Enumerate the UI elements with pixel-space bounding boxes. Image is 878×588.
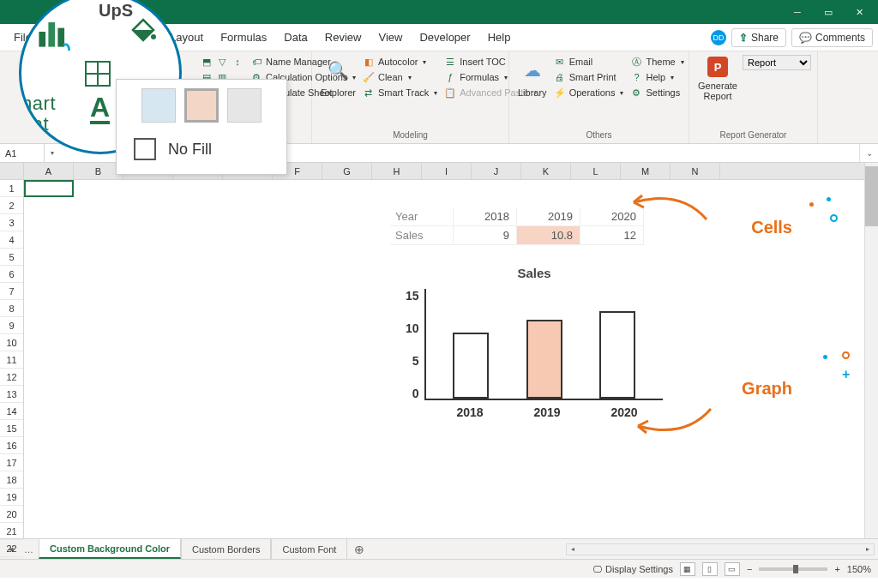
- row-header[interactable]: 17: [0, 454, 23, 471]
- view-page-layout[interactable]: ▯: [702, 562, 718, 576]
- row-header[interactable]: 4: [0, 231, 23, 249]
- icon-cluster[interactable]: ⬒▽↕: [199, 55, 245, 69]
- group-label: Others: [516, 130, 682, 141]
- tab-help[interactable]: Help: [479, 24, 520, 51]
- maximize-button[interactable]: ▭: [813, 0, 844, 24]
- grid-main[interactable]: ABCDEFGHIJKLMN Year 2018 2019 2020 Sales…: [24, 163, 878, 538]
- row-header[interactable]: 12: [0, 369, 23, 386]
- column-header[interactable]: H: [372, 163, 422, 179]
- cell-9[interactable]: 9: [454, 226, 517, 245]
- column-header[interactable]: A: [24, 163, 74, 179]
- cell-2019[interactable]: 2019: [517, 207, 580, 226]
- font-color-icon[interactable]: A: [90, 93, 110, 124]
- comments-button[interactable]: 💬Comments: [791, 28, 873, 47]
- horizontal-scrollbar[interactable]: ◂ ▸: [566, 543, 875, 555]
- row-header[interactable]: 9: [0, 317, 23, 334]
- row-header[interactable]: 5: [0, 249, 23, 266]
- email[interactable]: ✉Email: [552, 55, 626, 69]
- hscroll-left[interactable]: ◂: [567, 545, 579, 553]
- row-header[interactable]: 8: [0, 300, 23, 317]
- row-header[interactable]: 6: [0, 266, 23, 283]
- settings[interactable]: ⚙Settings: [628, 86, 685, 99]
- cell-2018[interactable]: 2018: [454, 207, 517, 226]
- display-settings[interactable]: 🖵Display Settings: [592, 564, 673, 574]
- sheet-tab-active[interactable]: Custom Background Color: [39, 539, 181, 559]
- no-fill-option[interactable]: No Fill: [125, 133, 278, 165]
- row-header[interactable]: 16: [0, 437, 23, 454]
- zoom-slider[interactable]: [759, 567, 827, 571]
- row-header[interactable]: 3: [0, 214, 23, 231]
- share-button[interactable]: ⇪Share: [731, 28, 786, 47]
- row-header[interactable]: 19: [0, 489, 23, 506]
- tab-data[interactable]: Data: [275, 24, 316, 51]
- tab-review[interactable]: Review: [316, 24, 370, 51]
- column-header[interactable]: M: [621, 163, 671, 179]
- chart-object[interactable]: Sales 15 10 5 0 2018 2: [406, 266, 663, 437]
- cell-sales-label[interactable]: Sales: [390, 226, 454, 245]
- view-normal[interactable]: ▦: [680, 562, 695, 576]
- row-header[interactable]: 1: [0, 180, 23, 197]
- y-axis: 15 10 5 0: [406, 289, 424, 400]
- hscroll-right[interactable]: ▸: [862, 545, 874, 553]
- collapse-ribbon[interactable]: ⌄: [859, 144, 878, 162]
- zoom-thumb[interactable]: [793, 565, 798, 573]
- add-sheet-button[interactable]: ⊕: [347, 543, 371, 556]
- name-box[interactable]: A1: [0, 144, 45, 162]
- ytick: 10: [406, 321, 419, 335]
- select-all-corner[interactable]: [0, 163, 23, 180]
- explorer-icon[interactable]: 🔍: [324, 57, 352, 84]
- cell-10-8[interactable]: 10.8: [517, 226, 580, 245]
- sheet-tab-font[interactable]: Custom Font: [271, 539, 347, 559]
- sheet-tab-borders[interactable]: Custom Borders: [181, 539, 271, 559]
- view-page-break[interactable]: ▭: [725, 562, 740, 576]
- cell-year-label[interactable]: Year: [390, 207, 454, 226]
- tab-formulas[interactable]: Formulas: [212, 24, 275, 51]
- smart-track[interactable]: ⇄Smart Track▾: [361, 86, 439, 99]
- library-icon[interactable]: ☁: [519, 57, 546, 84]
- column-header[interactable]: I: [422, 163, 472, 179]
- smart-format-chart-icon[interactable]: [35, 13, 73, 51]
- row-header[interactable]: 13: [0, 386, 23, 403]
- ppt-icon[interactable]: P: [707, 57, 728, 77]
- tab-view[interactable]: View: [370, 24, 411, 51]
- clean[interactable]: 🧹Clean▾: [361, 70, 439, 84]
- row-header[interactable]: 2: [0, 197, 23, 214]
- row-header[interactable]: 20: [0, 506, 23, 523]
- mail-icon: ✉: [554, 56, 566, 68]
- column-header[interactable]: G: [322, 163, 372, 179]
- report-dropdown[interactable]: Report: [743, 55, 811, 70]
- row-header[interactable]: 21: [0, 523, 23, 540]
- vertical-scrollbar[interactable]: [864, 163, 878, 538]
- close-button[interactable]: ✕: [844, 0, 875, 24]
- swatch-blue[interactable]: [141, 88, 176, 123]
- cell-12[interactable]: 12: [580, 226, 644, 245]
- row-header[interactable]: 14: [0, 403, 23, 420]
- column-header[interactable]: J: [472, 163, 521, 179]
- row-header[interactable]: 11: [0, 351, 23, 369]
- swatch-gray[interactable]: [227, 88, 262, 123]
- zoom-in[interactable]: +: [834, 564, 839, 574]
- minimize-button[interactable]: ─: [782, 0, 813, 24]
- zoom-out[interactable]: −: [747, 564, 752, 574]
- smart-print[interactable]: 🖨Smart Print: [552, 70, 626, 84]
- swatch-peach[interactable]: [184, 88, 219, 123]
- row-header[interactable]: 22: [0, 540, 23, 557]
- column-header[interactable]: K: [521, 163, 571, 179]
- column-header[interactable]: L: [571, 163, 621, 179]
- bar-2018: [453, 333, 489, 399]
- row-header[interactable]: 10: [0, 334, 23, 351]
- row-header[interactable]: 15: [0, 420, 23, 437]
- row-header[interactable]: 18: [0, 471, 23, 489]
- column-header[interactable]: N: [671, 163, 720, 179]
- theme[interactable]: ⒶTheme▾: [628, 55, 685, 69]
- row-header[interactable]: 7: [0, 283, 23, 300]
- tab-developer[interactable]: Developer: [411, 24, 478, 51]
- namebox-dropdown[interactable]: ▾: [45, 149, 60, 157]
- operations[interactable]: ⚡Operations▾: [552, 86, 626, 99]
- zoom-level[interactable]: 150%: [847, 564, 871, 574]
- avatar[interactable]: DD: [711, 30, 726, 45]
- scroll-thumb[interactable]: [865, 166, 878, 226]
- fill-bucket-icon[interactable]: [129, 18, 157, 42]
- autocolor[interactable]: ◧Autocolor▾: [361, 55, 439, 69]
- help[interactable]: ?Help▾: [628, 70, 685, 84]
